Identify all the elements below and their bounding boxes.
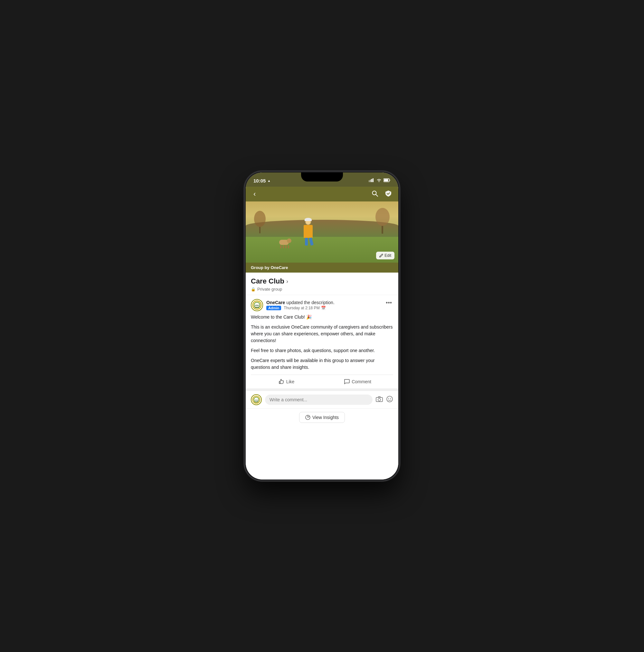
notch bbox=[301, 172, 343, 182]
edit-button[interactable]: Edit bbox=[376, 252, 394, 260]
phone-inner: 10:05 ▲ bbox=[246, 172, 398, 480]
post-card: one care OneCare updated the description… bbox=[246, 295, 398, 391]
comment-author-avatar: one care bbox=[252, 396, 260, 404]
time-display: 10:05 bbox=[253, 178, 266, 184]
author-avatar[interactable]: one care bbox=[251, 299, 263, 311]
group-name-text: Care Club bbox=[251, 277, 284, 286]
location-arrow: ▲ bbox=[267, 179, 271, 183]
dog-figure bbox=[279, 240, 289, 248]
svg-rect-1 bbox=[370, 180, 371, 182]
post-body: Welcome to the Care Club! 🎉 This is an e… bbox=[251, 314, 393, 371]
chat-bubble-icon bbox=[344, 379, 350, 385]
view-insights-button[interactable]: View Insights bbox=[299, 412, 345, 423]
post-time-row: Admin Thursday at 2:18 PM 📅 bbox=[266, 306, 335, 310]
svg-rect-2 bbox=[371, 179, 372, 182]
nav-icons bbox=[370, 189, 393, 200]
person-legs bbox=[305, 238, 312, 246]
comment-button[interactable]: Comment bbox=[322, 376, 393, 388]
status-icons bbox=[369, 178, 391, 183]
svg-point-24 bbox=[387, 396, 392, 402]
privacy-label: Private group bbox=[257, 287, 282, 292]
like-label: Like bbox=[286, 379, 294, 384]
shield-button[interactable] bbox=[384, 189, 393, 200]
svg-text:care: care bbox=[254, 401, 259, 403]
post-line-4: OneCare experts will be available in thi… bbox=[251, 357, 393, 371]
nav-bar: ‹ bbox=[246, 187, 398, 201]
group-by-banner: Group by OneCare bbox=[246, 263, 398, 273]
svg-point-10 bbox=[254, 211, 266, 227]
post-author-row: one care OneCare updated the description… bbox=[251, 299, 335, 311]
calendar-icon: 📅 bbox=[321, 306, 326, 310]
dog-leg-4 bbox=[288, 245, 289, 248]
dog-leg-1 bbox=[280, 245, 281, 248]
signal-icon bbox=[369, 178, 375, 183]
comment-input-row: one care bbox=[246, 391, 398, 409]
post-meta: OneCare updated the description. Admin T… bbox=[266, 300, 335, 310]
group-name[interactable]: Care Club › bbox=[251, 277, 393, 286]
dog-body bbox=[279, 240, 289, 245]
view-insights-label: View Insights bbox=[312, 415, 339, 420]
group-privacy-row: 🔒 Private group bbox=[251, 287, 393, 292]
post-line-1: Welcome to the Care Club! 🎉 bbox=[251, 314, 393, 321]
thumbs-up-icon bbox=[279, 379, 284, 385]
dog-legs bbox=[279, 245, 289, 248]
chart-icon bbox=[305, 415, 310, 420]
dog-leg-3 bbox=[285, 245, 287, 248]
post-author-line: OneCare updated the description. bbox=[266, 300, 335, 305]
back-button[interactable]: ‹ bbox=[251, 189, 258, 199]
group-title-section: Care Club › 🔒 Private group bbox=[246, 273, 398, 295]
like-button[interactable]: Like bbox=[251, 376, 322, 388]
lock-icon: 🔒 bbox=[251, 287, 256, 292]
emoji-button[interactable] bbox=[386, 396, 393, 404]
post-line-3: Feel free to share photos, ask questions… bbox=[251, 347, 393, 354]
post-header: one care OneCare updated the description… bbox=[251, 299, 393, 311]
post-action-text: updated the description. bbox=[286, 300, 334, 305]
post-time: Thursday at 2:18 PM bbox=[284, 306, 319, 310]
svg-point-25 bbox=[388, 398, 389, 399]
ground-layer bbox=[246, 237, 398, 263]
svg-point-23 bbox=[378, 399, 381, 401]
person-hat bbox=[305, 218, 312, 221]
post-author-name: OneCare bbox=[266, 300, 285, 305]
wifi-icon bbox=[377, 178, 382, 183]
group-brand-name: OneCare bbox=[271, 265, 288, 270]
svg-rect-3 bbox=[372, 178, 373, 182]
comment-input-icons bbox=[376, 396, 393, 404]
svg-rect-6 bbox=[384, 179, 388, 181]
post-actions: Like Comment bbox=[251, 375, 393, 388]
comment-avatar: one care bbox=[251, 394, 262, 405]
battery-icon bbox=[384, 178, 391, 183]
group-by-prefix: Group by bbox=[251, 265, 271, 270]
post-line-2: This is an exclusive OneCare community o… bbox=[251, 324, 393, 344]
screen: 10:05 ▲ bbox=[246, 172, 398, 480]
tree-right bbox=[375, 205, 391, 234]
hero-image: Edit bbox=[246, 201, 398, 263]
pencil-icon bbox=[379, 253, 383, 257]
group-name-chevron: › bbox=[286, 278, 288, 285]
tree-left bbox=[253, 208, 266, 233]
phone-frame: 10:05 ▲ bbox=[245, 171, 399, 481]
person-leg-left bbox=[305, 238, 308, 246]
content-area[interactable]: Care Club › 🔒 Private group bbox=[246, 273, 398, 480]
svg-text:care: care bbox=[255, 306, 260, 308]
comment-label: Comment bbox=[352, 379, 371, 384]
admin-badge: Admin bbox=[266, 306, 281, 310]
svg-point-4 bbox=[379, 181, 379, 182]
svg-point-12 bbox=[376, 208, 390, 226]
view-insights-row: View Insights bbox=[246, 409, 398, 426]
camera-button[interactable] bbox=[376, 396, 383, 404]
svg-rect-0 bbox=[369, 180, 370, 182]
status-time: 10:05 ▲ bbox=[253, 178, 271, 184]
onecare-logo-avatar: one care bbox=[252, 300, 262, 310]
svg-rect-17 bbox=[279, 381, 280, 384]
post-more-button[interactable]: ••• bbox=[384, 299, 393, 307]
person-body bbox=[304, 225, 313, 238]
person-figure bbox=[304, 217, 313, 246]
comment-input[interactable] bbox=[265, 395, 372, 405]
svg-point-26 bbox=[390, 398, 391, 399]
svg-rect-7 bbox=[390, 180, 391, 181]
dog-leg-2 bbox=[283, 245, 284, 248]
search-button[interactable] bbox=[370, 189, 380, 200]
